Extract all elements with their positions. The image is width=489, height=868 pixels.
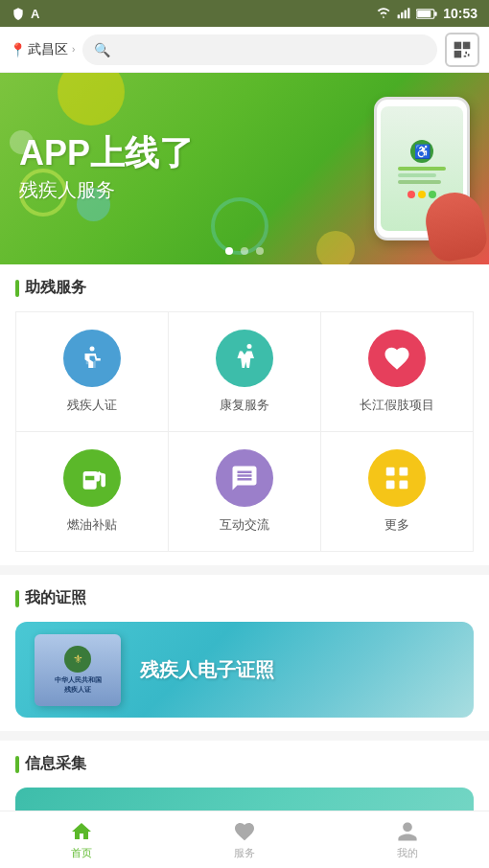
location-text: 武昌区: [28, 41, 68, 58]
banner-text: APP上线了 残疾人服务: [19, 134, 194, 204]
certificates-section: 我的证照 ⚜ 中华人民共和国 残疾人证 残疾人电子证照: [0, 575, 489, 731]
svg-rect-21: [400, 468, 408, 476]
banner-phone-illustration: ♿: [374, 97, 470, 240]
nav-item-mine[interactable]: 我的: [326, 814, 489, 866]
home-nav-label: 首页: [71, 846, 92, 860]
nav-item-service[interactable]: 服务: [163, 814, 326, 866]
qr-button[interactable]: [445, 33, 479, 67]
svg-rect-1: [398, 14, 400, 18]
service-item-fuel[interactable]: 燃油补贴: [16, 432, 168, 551]
svg-rect-7: [434, 11, 436, 16]
banner-title: APP上线了: [19, 134, 194, 172]
banner-dots: [225, 247, 264, 255]
svg-rect-13: [456, 52, 459, 55]
banner-subtitle: 残疾人服务: [19, 177, 194, 203]
services-grid: 残疾人证 康复服务 长江假肢项目 燃油补贴: [15, 311, 474, 552]
fuel-label: 燃油补贴: [67, 516, 117, 534]
svg-rect-4: [408, 8, 409, 18]
shield-icon: [12, 7, 25, 20]
services-section: 助残服务 残疾人证 康复服务 长江假肢项目: [0, 264, 489, 565]
cert-emblem-icon: ⚜: [64, 646, 91, 673]
phone-content-lines: [398, 167, 446, 184]
yangtze-label: 长江假肢项目: [360, 397, 434, 414]
more-icon: [368, 449, 426, 507]
wifi-icon: [376, 7, 391, 20]
disabled-card-icon: [63, 330, 121, 387]
status-icons-right: 10:53: [376, 6, 477, 21]
battery-icon: [416, 8, 437, 20]
cert-book-title2: 残疾人证: [64, 685, 91, 694]
service-item-more[interactable]: 更多: [321, 432, 473, 551]
fuel-icon: [63, 449, 121, 507]
location-display[interactable]: 📍 武昌区 ›: [10, 41, 75, 58]
svg-rect-6: [417, 10, 431, 16]
svg-rect-22: [386, 481, 395, 490]
more-label: 更多: [384, 516, 409, 534]
nav-item-home[interactable]: 首页: [0, 814, 163, 866]
phone-app-icon: ♿: [410, 140, 433, 163]
search-icon: 🔍: [94, 42, 110, 57]
interact-label: 互动交流: [220, 516, 269, 534]
svg-rect-12: [465, 43, 468, 46]
main-content: 助残服务 残疾人证 康复服务 长江假肢项目: [0, 264, 489, 868]
rehab-icon: [216, 330, 273, 387]
rehab-label: 康复服务: [220, 397, 269, 414]
cert-book-illustration: ⚜ 中华人民共和国 残疾人证: [35, 634, 121, 706]
service-item-rehab[interactable]: 康复服务: [169, 312, 320, 431]
service-nav-label: 服务: [234, 846, 255, 860]
signal-icon: [397, 7, 410, 20]
status-bar: A 10:53: [0, 0, 489, 27]
dot-3[interactable]: [256, 247, 264, 255]
services-title: 助残服务: [15, 278, 474, 298]
dot-2[interactable]: [241, 247, 248, 255]
cert-book-title1: 中华人民共和国: [55, 675, 102, 684]
cert-label: 残疾人电子证照: [140, 657, 274, 683]
yangtze-icon: [368, 330, 426, 387]
svg-point-19: [90, 347, 95, 352]
promo-banner[interactable]: APP上线了 残疾人服务 ♿: [0, 73, 489, 264]
svg-rect-11: [456, 43, 459, 46]
certificates-title: 我的证照: [15, 588, 474, 608]
location-pin-icon: 📍: [10, 42, 26, 57]
interact-icon: [216, 449, 273, 507]
home-nav-icon: [70, 820, 93, 843]
service-nav-icon: [233, 820, 256, 843]
qr-icon: [453, 40, 472, 59]
info-title: 信息采集: [15, 754, 474, 774]
time-display: 10:53: [443, 6, 477, 21]
mine-nav-icon: [396, 820, 419, 843]
svg-rect-3: [405, 11, 407, 19]
service-item-interact[interactable]: 互动交流: [169, 432, 320, 551]
bottom-nav: 首页 服务 我的: [0, 811, 489, 868]
a-letter-icon: A: [31, 7, 39, 21]
status-icons-left: A: [12, 7, 39, 21]
service-item-disabled-card[interactable]: 残疾人证: [16, 312, 168, 431]
mine-nav-label: 我的: [397, 846, 418, 860]
search-bar[interactable]: 🔍: [82, 34, 437, 65]
disabled-card-label: 残疾人证: [67, 397, 117, 414]
dot-1[interactable]: [225, 247, 233, 255]
svg-rect-2: [401, 12, 403, 18]
svg-rect-23: [400, 481, 408, 490]
svg-rect-20: [386, 468, 395, 476]
cert-card[interactable]: ⚜ 中华人民共和国 残疾人证 残疾人电子证照: [15, 622, 474, 718]
service-item-yangtze[interactable]: 长江假肢项目: [321, 312, 473, 431]
location-arrow-icon: ›: [72, 44, 75, 55]
svg-point-0: [383, 16, 384, 18]
top-nav: 📍 武昌区 › 🔍: [0, 27, 489, 73]
